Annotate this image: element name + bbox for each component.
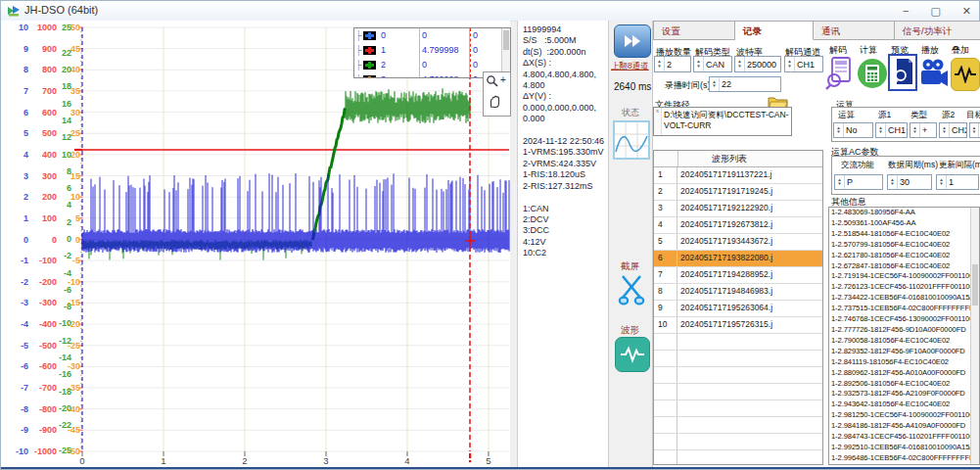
waveform-list-table[interactable]: 波形列表 12024051717191137221.j2202405171719…: [653, 150, 823, 465]
record-time-spinner[interactable]: 22: [709, 76, 781, 92]
spinner-arrows[interactable]: [834, 123, 844, 137]
tab-record[interactable]: 记录: [735, 21, 814, 40]
other-info-item[interactable]: 1-2.734422-1CEB56F4-016810010090A15A: [829, 293, 979, 304]
tab-comm[interactable]: 通讯: [814, 21, 895, 40]
spinner-arrows[interactable]: [940, 123, 950, 137]
spinner-arrows[interactable]: [655, 57, 665, 71]
wave-list-row[interactable]: 32024051717192122920.j: [654, 201, 822, 217]
cursor-legend-row[interactable]: ├200: [354, 58, 510, 72]
spinner-arrows[interactable]: [888, 175, 898, 189]
wave-list-row[interactable]: 62024051717193822080.j: [654, 251, 822, 267]
maximize-button[interactable]: ▢: [930, 5, 940, 18]
wave-list-row[interactable]: [654, 334, 822, 351]
spinner-arrows[interactable]: [970, 123, 979, 137]
wave-list-row[interactable]: 82024051717194846983.j: [654, 284, 822, 301]
ac-period-spinner[interactable]: 30: [887, 174, 932, 190]
scope-plot-area[interactable]: 109876543210-1-2-3-4-5-6-7-8-9-101000900…: [1, 21, 510, 467]
other-info-item[interactable]: 1-2.518544-181056F4-EC10C40E02: [829, 229, 979, 240]
overlay-button[interactable]: [951, 58, 980, 91]
src2-spinner[interactable]: CH2: [939, 122, 967, 138]
other-info-item[interactable]: 1-2.509361-100AF456-AA: [829, 218, 979, 229]
spinner-arrows[interactable]: [710, 77, 720, 91]
other-info-item[interactable]: 1-2.841119-181056F4-EC10C40E02: [829, 357, 979, 368]
baud-rate-spinner[interactable]: 250000: [734, 56, 781, 72]
wave-list-row[interactable]: [654, 400, 822, 417]
other-info-scrollbar[interactable]: [970, 208, 979, 464]
other-info-item[interactable]: 1-2.932573-1812F456-A2109F0F0000FD: [829, 389, 979, 400]
other-info-item[interactable]: 1-2.777726-1812F456-9D10A00F0000FD: [829, 325, 979, 336]
other-info-item[interactable]: 1-2.996486-1CEB56F4-02C800FFFFFFFFFF: [829, 453, 979, 464]
playback-count-spinner[interactable]: 2: [654, 56, 691, 72]
file-path-box[interactable]: s D:\快速访问资料\DCCTEST-CAN-VOLT-CURR: [653, 107, 792, 136]
wave-list-row[interactable]: [654, 434, 822, 450]
wave-list-row[interactable]: 72024051717194288952.j: [654, 267, 822, 284]
wave-list-row[interactable]: 52024051717193443672.j: [654, 234, 822, 251]
status-thumbnail[interactable]: [613, 120, 650, 160]
other-info-list[interactable]: 1-2.483069-180956F4-AA1-2.509361-100AF45…: [828, 207, 980, 465]
waveform-label: 波形: [621, 324, 639, 337]
preview-button[interactable]: [888, 54, 917, 91]
wave-list-row[interactable]: 22024051717191719245.j: [654, 184, 822, 201]
other-info-item[interactable]: 1-2.483069-180956F4-AA: [829, 208, 979, 218]
fast-forward-button[interactable]: [614, 24, 651, 58]
other-info-item[interactable]: 1-2.943642-181056F4-EC10C40E02: [829, 400, 979, 410]
decode-button[interactable]: [825, 56, 855, 91]
other-info-item[interactable]: 1-2.981250-1CEC56F4-10090002FF001100: [829, 410, 979, 421]
other-info-item[interactable]: 1-2.992510-1CEB56F4-016810010090A15A: [829, 443, 979, 453]
other-info-item[interactable]: 1-2.984743-1CECF456-110201FFFF001100: [829, 432, 979, 443]
other-info-item[interactable]: 1-2.726123-1CECF456-110201FFFF001100: [829, 282, 979, 293]
other-info-item[interactable]: 1-2.880962-1812F456-A010A00F0000FD: [829, 368, 979, 379]
cursor-legend-row[interactable]: ├14.7999980: [354, 43, 510, 58]
close-button[interactable]: ✕: [962, 5, 971, 18]
other-info-item[interactable]: 1-2.719194-1CEC56F4-10090002FF001100: [829, 271, 979, 282]
spinner-arrows[interactable]: [937, 175, 947, 189]
ac-fn-spinner[interactable]: P: [834, 174, 883, 190]
other-info-item[interactable]: 1-2.829352-1812F456-9F10A00F0000FD: [829, 347, 979, 357]
spinner-arrows[interactable]: [694, 57, 704, 71]
zoom-plus-icon[interactable]: +: [500, 74, 506, 85]
op-spinner[interactable]: No: [833, 122, 873, 138]
src1-spinner[interactable]: CH1: [875, 122, 908, 138]
ac-interval-spinner[interactable]: 1: [936, 174, 979, 190]
wave-list-row[interactable]: 102024051717195726315.j: [654, 317, 822, 334]
wave-list-row[interactable]: [654, 367, 822, 384]
other-info-item[interactable]: 1-2.570799-181056F4-EC10C40E02: [829, 240, 979, 251]
op-type-spinner[interactable]: +: [910, 122, 937, 138]
wave-list-row[interactable]: [654, 351, 822, 367]
spinner-arrows[interactable]: [835, 175, 845, 189]
pan-hand-icon[interactable]: [488, 94, 502, 110]
playback-button[interactable]: [919, 58, 949, 89]
tab-signal-power[interactable]: 信号/功率计: [895, 21, 980, 40]
spinner-arrows[interactable]: [910, 123, 920, 137]
other-info-item[interactable]: 1-2.737515-1CEB56F4-02C800FFFFFFFFFF: [829, 304, 979, 314]
scroll-up-8-channels-link[interactable]: 上翻8通道: [611, 61, 649, 72]
other-info-item[interactable]: 1-2.746768-1CECF456-13090002FF001100: [829, 314, 979, 325]
spinner-arrows[interactable]: [785, 57, 795, 71]
minimize-button[interactable]: −: [903, 5, 909, 17]
tab-settings[interactable]: 设置: [653, 21, 735, 40]
screenshot-scissors-button[interactable]: [617, 273, 646, 310]
other-info-item[interactable]: 1-2.984186-1812F456-A4109A0F0000FD: [829, 421, 979, 432]
other-info-item[interactable]: 1-2.892506-181056F4-EC10C40E02: [829, 379, 979, 390]
legend-scrollbar[interactable]: [501, 28, 510, 77]
other-info-item[interactable]: 1-2.621780-181056F4-EC10C40E02: [829, 251, 979, 261]
wave-list-row[interactable]: 12024051717191137221.j: [654, 167, 822, 184]
other-info-item[interactable]: 1-2.790058-181056F4-EC10C40E02: [829, 336, 979, 347]
wave-list-row[interactable]: 42024051717192673812.j: [654, 217, 822, 234]
wave-list-row[interactable]: [654, 450, 822, 465]
spinner-arrows[interactable]: [876, 123, 886, 137]
cursor2-line-overlay[interactable]: [470, 28, 471, 77]
decode-type-spinner[interactable]: CAN: [693, 56, 732, 72]
waveform-button[interactable]: [615, 337, 650, 372]
info-line: 4.800: [523, 80, 608, 91]
zoom-magnifier-icon[interactable]: [486, 74, 499, 88]
calculate-button[interactable]: [857, 58, 888, 89]
wave-list-row[interactable]: [654, 384, 822, 400]
other-info-item[interactable]: 1-2.672847-181056F4-EC10C40E02: [829, 261, 979, 272]
target-spinner[interactable]: CH2: [969, 122, 980, 138]
wave-list-row[interactable]: 92024051717195263064.j: [654, 301, 822, 317]
decode-channel-spinner[interactable]: CH1: [784, 56, 823, 72]
wave-list-row[interactable]: [654, 417, 822, 434]
spinner-arrows[interactable]: [735, 57, 745, 71]
cursor-legend-row[interactable]: ├000: [354, 28, 510, 43]
